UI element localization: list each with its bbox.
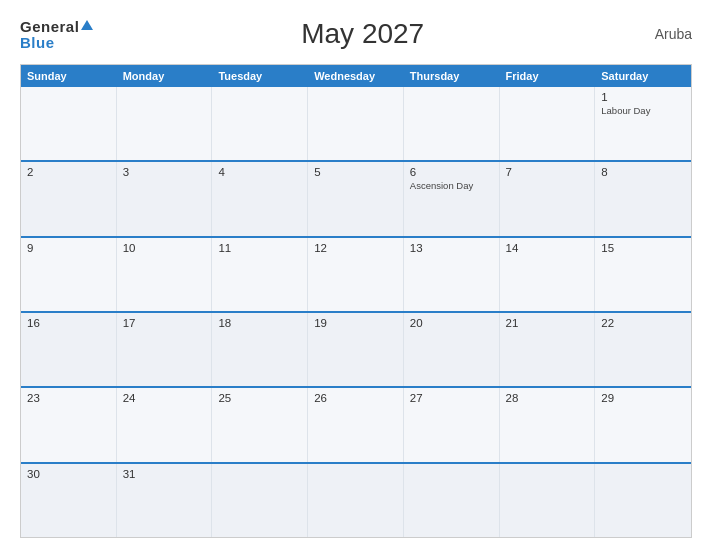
day-cell: 5 <box>308 162 404 235</box>
logo-triangle-icon <box>81 20 93 30</box>
day-cell: 18 <box>212 313 308 386</box>
day-cell: 31 <box>117 464 213 537</box>
day-number: 30 <box>27 468 110 480</box>
day-cell: 11 <box>212 238 308 311</box>
logo-text: General <box>20 19 93 35</box>
day-cell: 23 <box>21 388 117 461</box>
day-headers-row: SundayMondayTuesdayWednesdayThursdayFrid… <box>21 65 691 87</box>
day-number: 7 <box>506 166 589 178</box>
day-cell <box>500 464 596 537</box>
day-header-thursday: Thursday <box>404 65 500 87</box>
week-row-5: 23242526272829 <box>21 386 691 461</box>
day-cell: 8 <box>595 162 691 235</box>
day-number: 14 <box>506 242 589 254</box>
country-label: Aruba <box>632 26 692 42</box>
day-number: 10 <box>123 242 206 254</box>
day-number: 31 <box>123 468 206 480</box>
day-cell: 16 <box>21 313 117 386</box>
day-number: 3 <box>123 166 206 178</box>
day-number: 26 <box>314 392 397 404</box>
day-cell: 25 <box>212 388 308 461</box>
day-number: 29 <box>601 392 685 404</box>
day-cell <box>404 87 500 160</box>
week-row-2: 23456Ascension Day78 <box>21 160 691 235</box>
day-number: 9 <box>27 242 110 254</box>
day-number: 17 <box>123 317 206 329</box>
day-cell: 27 <box>404 388 500 461</box>
day-cell: 7 <box>500 162 596 235</box>
day-number: 28 <box>506 392 589 404</box>
day-cell: 26 <box>308 388 404 461</box>
day-cell: 9 <box>21 238 117 311</box>
day-header-saturday: Saturday <box>595 65 691 87</box>
day-cell: 4 <box>212 162 308 235</box>
day-number: 21 <box>506 317 589 329</box>
weeks-container: 1Labour Day23456Ascension Day78910111213… <box>21 87 691 537</box>
day-cell: 24 <box>117 388 213 461</box>
day-cell: 13 <box>404 238 500 311</box>
day-cell <box>21 87 117 160</box>
day-header-wednesday: Wednesday <box>308 65 404 87</box>
day-event: Labour Day <box>601 105 685 117</box>
day-number: 5 <box>314 166 397 178</box>
day-event: Ascension Day <box>410 180 493 192</box>
day-cell <box>500 87 596 160</box>
header: General Blue May 2027 Aruba <box>20 18 692 50</box>
day-cell: 14 <box>500 238 596 311</box>
day-number: 19 <box>314 317 397 329</box>
day-header-friday: Friday <box>500 65 596 87</box>
day-cell: 28 <box>500 388 596 461</box>
day-header-monday: Monday <box>117 65 213 87</box>
day-cell <box>308 464 404 537</box>
day-number: 25 <box>218 392 301 404</box>
day-cell: 21 <box>500 313 596 386</box>
day-cell <box>212 464 308 537</box>
day-cell: 12 <box>308 238 404 311</box>
day-cell: 2 <box>21 162 117 235</box>
day-cell <box>212 87 308 160</box>
calendar-title: May 2027 <box>301 18 424 50</box>
day-number: 4 <box>218 166 301 178</box>
day-number: 13 <box>410 242 493 254</box>
day-cell: 17 <box>117 313 213 386</box>
week-row-3: 9101112131415 <box>21 236 691 311</box>
day-number: 11 <box>218 242 301 254</box>
day-cell: 1Labour Day <box>595 87 691 160</box>
page: General Blue May 2027 Aruba SundayMonday… <box>0 0 712 550</box>
day-header-sunday: Sunday <box>21 65 117 87</box>
day-cell <box>308 87 404 160</box>
day-number: 6 <box>410 166 493 178</box>
calendar-grid: SundayMondayTuesdayWednesdayThursdayFrid… <box>20 64 692 538</box>
day-number: 23 <box>27 392 110 404</box>
day-number: 18 <box>218 317 301 329</box>
day-cell: 22 <box>595 313 691 386</box>
logo-general: General <box>20 18 79 35</box>
day-number: 24 <box>123 392 206 404</box>
day-cell <box>117 87 213 160</box>
day-cell: 15 <box>595 238 691 311</box>
day-cell: 30 <box>21 464 117 537</box>
logo: General Blue <box>20 19 93 50</box>
day-cell: 20 <box>404 313 500 386</box>
day-number: 20 <box>410 317 493 329</box>
day-cell: 29 <box>595 388 691 461</box>
day-number: 15 <box>601 242 685 254</box>
day-header-tuesday: Tuesday <box>212 65 308 87</box>
day-cell: 3 <box>117 162 213 235</box>
day-number: 12 <box>314 242 397 254</box>
day-number: 1 <box>601 91 685 103</box>
day-number: 8 <box>601 166 685 178</box>
day-cell: 19 <box>308 313 404 386</box>
week-row-4: 16171819202122 <box>21 311 691 386</box>
week-row-1: 1Labour Day <box>21 87 691 160</box>
day-number: 16 <box>27 317 110 329</box>
day-number: 22 <box>601 317 685 329</box>
day-number: 2 <box>27 166 110 178</box>
day-cell: 6Ascension Day <box>404 162 500 235</box>
day-cell: 10 <box>117 238 213 311</box>
logo-blue: Blue <box>20 35 93 50</box>
day-cell <box>404 464 500 537</box>
day-number: 27 <box>410 392 493 404</box>
week-row-6: 3031 <box>21 462 691 537</box>
day-cell <box>595 464 691 537</box>
